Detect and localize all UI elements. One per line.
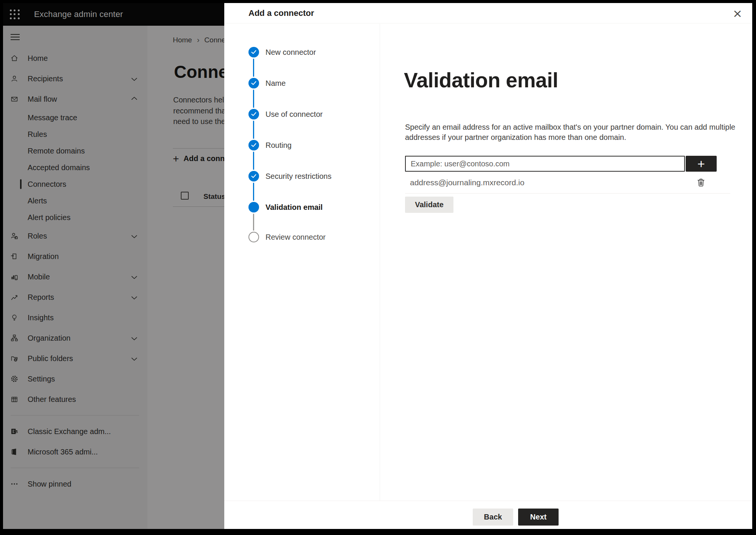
step-label: Validation email [265, 203, 323, 212]
screen: Exchange admin center HomeRecipientsMail… [3, 3, 752, 529]
step-check-icon [248, 47, 259, 57]
step-label: Use of connector [265, 110, 323, 119]
step-upcoming-icon [248, 232, 259, 242]
step-label: New connector [265, 48, 316, 57]
wizard-step-new-connector: New connector [224, 47, 316, 57]
step-connector-line [253, 152, 254, 170]
next-button[interactable]: Next [518, 509, 559, 526]
delete-address-trash-icon[interactable] [694, 176, 707, 189]
step-description: Specify an email address for an active m… [405, 122, 738, 143]
close-icon[interactable]: × [730, 6, 745, 20]
step-connector-line [253, 90, 254, 108]
wizard-step-routing: Routing [224, 140, 292, 150]
step-connector-line [253, 121, 254, 139]
step-check-icon [248, 140, 259, 150]
add-address-button[interactable]: + [686, 156, 717, 172]
panel-header: Add a connector × [224, 3, 752, 23]
step-current-icon [248, 202, 259, 212]
wizard-step-security-restrictions: Security restrictions [224, 171, 332, 181]
wizard-steps: New connectorNameUse of connectorRouting… [224, 24, 380, 501]
step-label: Routing [265, 141, 292, 150]
address-text: address@journaling.mxrecord.io [410, 172, 525, 194]
step-connector-line [253, 183, 254, 201]
panel-title: Add a connector [248, 8, 314, 18]
back-button[interactable]: Back [473, 509, 513, 526]
wizard-step-use-of-connector: Use of connector [224, 109, 323, 119]
step-label: Security restrictions [265, 172, 332, 181]
email-input[interactable] [405, 156, 685, 172]
address-row: address@journaling.mxrecord.io [405, 172, 730, 194]
address-list: address@journaling.mxrecord.io [405, 172, 730, 194]
add-connector-panel: Add a connector × New connectorNameUse o… [224, 3, 752, 529]
step-check-icon [248, 171, 259, 181]
step-label: Review connector [265, 233, 326, 242]
wizard-step-name: Name [224, 78, 286, 88]
wizard-step-validation-email: Validation email [224, 202, 323, 212]
validate-button[interactable]: Validate [405, 197, 453, 213]
wizard-step-review-connector: Review connector [224, 232, 326, 242]
step-connector-line [253, 59, 254, 77]
step-connector-line [253, 214, 254, 231]
step-check-icon [248, 109, 259, 119]
step-label: Name [265, 79, 286, 88]
step-heading: Validation email [404, 68, 558, 92]
step-check-icon [248, 78, 259, 88]
footer-divider [224, 501, 752, 501]
